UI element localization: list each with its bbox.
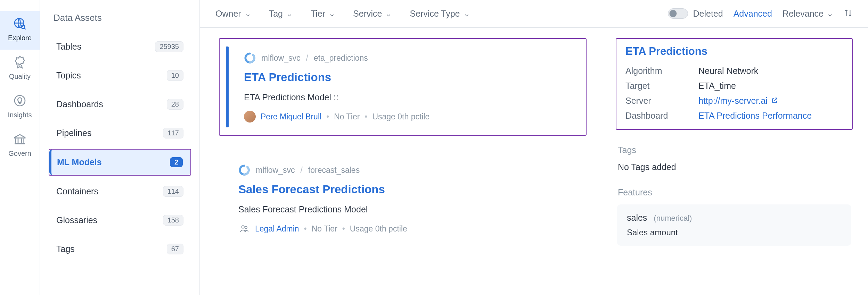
- usage-label: Usage 0th pctile: [350, 224, 407, 234]
- feature-name: sales: [627, 213, 647, 222]
- main-area: Owner Tag Tier Service Service Type: [200, 0, 868, 295]
- meta-dot: •: [326, 112, 329, 121]
- filter-label: Service: [353, 9, 382, 19]
- rail-label: Insights: [8, 111, 32, 119]
- chevron-down-icon: [286, 10, 293, 17]
- result-meta: Legal Admin • No Tier • Usage 0th pctile: [238, 223, 574, 235]
- sidebar-item-count: 117: [163, 128, 183, 138]
- filter-toolbar: Owner Tag Tier Service Service Type: [200, 0, 868, 28]
- chevron-down-icon: [385, 10, 392, 17]
- team-icon: [238, 223, 250, 235]
- meta-dot: •: [342, 224, 345, 234]
- sidebar-item-tables[interactable]: Tables 25935: [49, 34, 191, 60]
- kv-value-server[interactable]: http://my-server.ai: [698, 96, 843, 106]
- toggle-knob: [669, 10, 677, 17]
- sidebar-item-count: 158: [163, 215, 183, 226]
- breadcrumb-service: mlflow_svc: [256, 166, 295, 175]
- content-row: mlflow_svc / eta_predictions ETA Predict…: [200, 28, 868, 295]
- sidebar-item-count: 67: [167, 244, 183, 254]
- bank-icon: [13, 132, 27, 146]
- sidebar-item-dashboards[interactable]: Dashboards 28: [49, 91, 191, 117]
- filter-owner[interactable]: Owner: [215, 9, 251, 19]
- filter-label: Owner: [215, 9, 241, 19]
- deleted-label: Deleted: [693, 9, 723, 19]
- sidebar-item-topics[interactable]: Topics 10: [49, 62, 191, 88]
- result-title[interactable]: Sales Forecast Predictions: [238, 183, 574, 196]
- sidebar-item-label: Tables: [56, 42, 81, 52]
- filters-group: Owner Tag Tier Service Service Type: [215, 9, 470, 19]
- sidebar-item-pipelines[interactable]: Pipelines 117: [49, 120, 191, 146]
- details-summary-box: ETA Predictions Algorithm Neural Network…: [616, 38, 853, 130]
- rail-item-govern[interactable]: Govern: [0, 127, 40, 165]
- deleted-toggle[interactable]: [668, 8, 688, 19]
- rail-label: Govern: [8, 150, 31, 158]
- rail-item-insights[interactable]: Insights: [0, 88, 40, 127]
- feature-card: sales (numerical) Sales amount: [617, 204, 851, 246]
- results-list: mlflow_svc / eta_predictions ETA Predict…: [200, 28, 605, 295]
- sidebar-item-label: ML Models: [57, 157, 102, 167]
- owner-link[interactable]: Legal Admin: [255, 224, 299, 234]
- sidebar-item-containers[interactable]: Containers 114: [49, 178, 191, 204]
- svg-point-3: [242, 226, 245, 228]
- meta-dot: •: [365, 112, 367, 121]
- selected-stripe: [226, 47, 229, 127]
- rail-label: Quality: [9, 73, 31, 81]
- kv-key-algorithm: Algorithm: [625, 66, 698, 76]
- badge-icon: [13, 55, 27, 69]
- details-panel: ETA Predictions Algorithm Neural Network…: [605, 28, 868, 295]
- breadcrumb-sep: /: [300, 166, 302, 175]
- breadcrumb: mlflow_svc / eta_predictions: [244, 52, 573, 64]
- section-label-tags: Tags: [618, 145, 853, 155]
- kv-key-server: Server: [625, 96, 698, 106]
- filter-service[interactable]: Service: [353, 9, 392, 19]
- sidebar-title: Data Assets: [54, 12, 187, 23]
- sidebar-item-label: Pipelines: [56, 128, 91, 138]
- filter-service-type[interactable]: Service Type: [410, 9, 469, 19]
- sidebar-item-count: 2: [170, 157, 183, 167]
- rail-item-quality[interactable]: Quality: [0, 50, 40, 88]
- filter-label: Service Type: [410, 9, 460, 19]
- data-assets-sidebar: Data Assets Tables 25935 Topics 10 Dashb…: [40, 0, 200, 295]
- result-card[interactable]: mlflow_svc / forecast_sales Sales Foreca…: [219, 151, 587, 247]
- sort-direction-icon[interactable]: [844, 8, 853, 19]
- sidebar-item-glossaries[interactable]: Glossaries 158: [49, 207, 191, 233]
- rail-item-explore[interactable]: Explore: [0, 11, 40, 50]
- feature-head: sales (numerical): [627, 213, 842, 223]
- mlflow-icon: [244, 52, 256, 64]
- advanced-link[interactable]: Advanced: [734, 9, 772, 19]
- owner-link[interactable]: Pere Miquel Brull: [261, 112, 321, 121]
- feature-desc: Sales amount: [627, 228, 842, 237]
- sidebar-item-count: 28: [167, 99, 183, 110]
- sidebar-item-tags[interactable]: Tags 67: [49, 236, 191, 262]
- filter-tag[interactable]: Tag: [269, 9, 293, 19]
- avatar: [244, 111, 256, 123]
- sidebar-item-label: Glossaries: [56, 215, 97, 225]
- result-title[interactable]: ETA Predictions: [244, 71, 573, 84]
- kv-value-dashboard[interactable]: ETA Predictions Performance: [698, 111, 843, 121]
- result-card[interactable]: mlflow_svc / eta_predictions ETA Predict…: [219, 38, 587, 136]
- filter-label: Tag: [269, 9, 283, 19]
- tier-label: No Tier: [312, 224, 337, 234]
- mlflow-icon: [238, 164, 250, 176]
- kv-key-target: Target: [625, 81, 698, 91]
- feature-type: (numerical): [654, 214, 692, 222]
- sidebar-item-label: Dashboards: [56, 99, 103, 109]
- server-url: http://my-server.ai: [698, 96, 768, 106]
- filter-tier[interactable]: Tier: [311, 9, 335, 19]
- tier-label: No Tier: [334, 112, 360, 121]
- breadcrumb-service: mlflow_svc: [261, 53, 300, 63]
- kv-value-algorithm: Neural Network: [698, 66, 843, 76]
- result-desc: ETA Predictions Model ::: [244, 92, 573, 102]
- breadcrumb-fqn: forecast_sales: [308, 166, 360, 175]
- nav-rail: Explore Quality Insights Govern: [0, 0, 40, 295]
- chevron-down-icon: [245, 10, 251, 17]
- section-label-features: Features: [618, 187, 853, 197]
- kv-key-dashboard: Dashboard: [625, 111, 698, 121]
- sidebar-item-ml-models[interactable]: ML Models 2: [49, 150, 190, 175]
- sort-relevance[interactable]: Relevance: [783, 9, 833, 19]
- usage-label: Usage 0th pctile: [372, 112, 429, 121]
- toolbar-right: Deleted Advanced Relevance: [668, 8, 853, 19]
- sidebar-item-count: 25935: [155, 41, 183, 52]
- tags-value: No Tags added: [618, 162, 853, 172]
- asset-list: Tables 25935 Topics 10 Dashboards 28 Pip…: [49, 34, 191, 262]
